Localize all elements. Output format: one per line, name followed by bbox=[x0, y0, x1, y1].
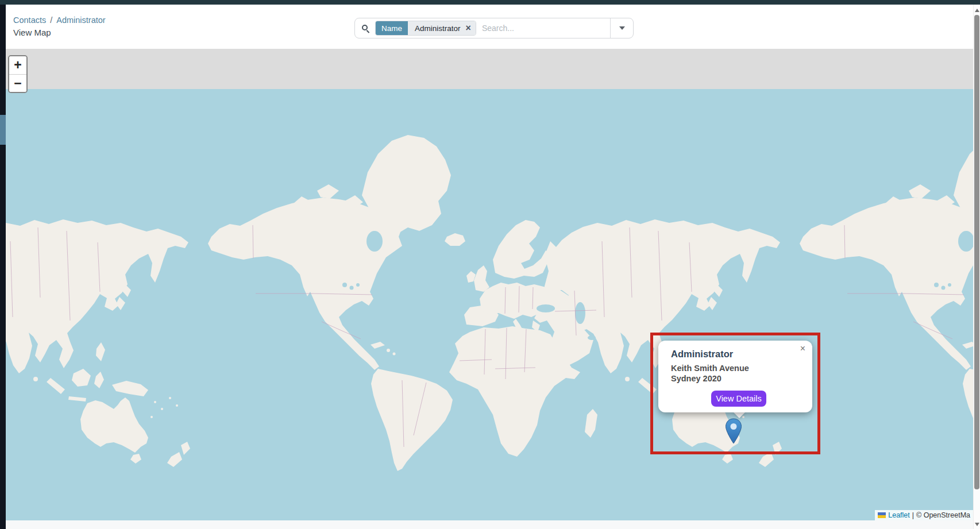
header: Contacts/Administrator View Map Name Adm… bbox=[6, 5, 973, 49]
scrollbar-up-arrow[interactable] bbox=[974, 6, 980, 15]
scrollbar-down-arrow[interactable] bbox=[974, 520, 980, 529]
map-zoom-control: + − bbox=[8, 55, 28, 93]
left-edge-strip-accent bbox=[0, 115, 6, 145]
map-container: + − Administrator Keith Smith Avenue Syd… bbox=[6, 49, 973, 520]
map-marker-sydney[interactable] bbox=[725, 418, 742, 447]
facet-value: Administrator × bbox=[408, 21, 476, 35]
leaflet-link[interactable]: Leaflet bbox=[888, 511, 910, 519]
attribution-separator: | bbox=[912, 511, 914, 519]
search-facet[interactable]: Name Administrator × bbox=[375, 21, 476, 36]
openstreetmap-link[interactable]: © OpenStreetMa bbox=[916, 511, 970, 519]
marker-popup: Administrator Keith Smith Avenue Sydney … bbox=[658, 341, 812, 412]
arrow-down-icon bbox=[975, 523, 979, 526]
breadcrumb: Contacts/Administrator bbox=[13, 16, 106, 25]
search-dropdown-toggle[interactable] bbox=[610, 18, 633, 38]
view-details-button[interactable]: View Details bbox=[711, 391, 766, 407]
search-icon bbox=[362, 25, 369, 32]
vertical-scrollbar[interactable] bbox=[973, 5, 980, 529]
zoom-in-button[interactable]: + bbox=[9, 56, 26, 74]
bottom-strip bbox=[6, 520, 973, 529]
browser-top-bar bbox=[0, 0, 980, 5]
breadcrumb-link-administrator[interactable]: Administrator bbox=[56, 16, 105, 25]
facet-remove-icon[interactable]: × bbox=[466, 24, 471, 33]
popup-address-line2: Sydney 2020 bbox=[671, 373, 749, 384]
odoo-map-view: Contacts/Administrator View Map Name Adm… bbox=[0, 0, 980, 529]
map-canvas[interactable] bbox=[6, 49, 973, 520]
arrow-up-icon bbox=[975, 9, 979, 12]
caret-down-icon bbox=[619, 26, 625, 30]
popup-title: Administrator bbox=[671, 349, 733, 360]
page-title: View Map bbox=[13, 28, 51, 37]
facet-field-label: Name bbox=[376, 21, 408, 35]
popup-close-icon[interactable]: × bbox=[800, 344, 805, 353]
map-attribution: Leaflet | © OpenStreetMa bbox=[875, 510, 973, 520]
breadcrumb-link-contacts[interactable]: Contacts bbox=[13, 16, 46, 25]
left-edge-strip bbox=[0, 5, 6, 529]
popup-address: Keith Smith Avenue Sydney 2020 bbox=[671, 363, 749, 384]
popup-address-line1: Keith Smith Avenue bbox=[671, 363, 749, 373]
facet-value-text: Administrator bbox=[415, 24, 461, 33]
breadcrumb-separator: / bbox=[50, 16, 52, 25]
popup-tail bbox=[733, 412, 746, 418]
scrollbar-thumb[interactable] bbox=[974, 15, 979, 489]
ukraine-flag-icon bbox=[878, 512, 886, 518]
search-bar[interactable]: Name Administrator × bbox=[354, 18, 634, 38]
search-input[interactable] bbox=[476, 24, 610, 33]
zoom-out-button[interactable]: − bbox=[9, 74, 26, 92]
